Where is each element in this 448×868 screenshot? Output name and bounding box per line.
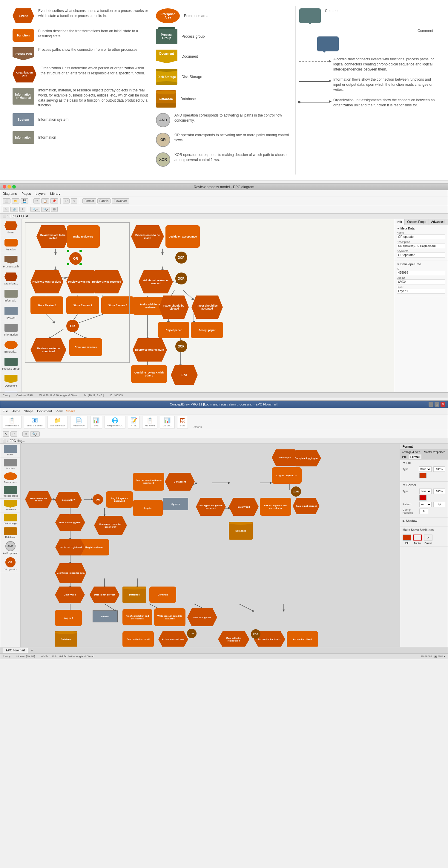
sb2-information[interactable]: Function: [0, 458, 20, 471]
sb2-system[interactable]: Event: [0, 444, 20, 458]
meta-section: ▼ Meta Data Name OR operator Description…: [394, 225, 448, 261]
tb-zoom-in[interactable]: 🔍+: [30, 207, 40, 212]
menu2-document[interactable]: Document: [37, 409, 52, 413]
fill-type-select[interactable]: Solid: [419, 466, 431, 472]
win2-close[interactable]: ✕: [441, 402, 445, 407]
tb-format[interactable]: Format: [83, 198, 96, 204]
field-id-value[interactable]: 465989: [396, 270, 445, 275]
corner-input[interactable]: [419, 508, 428, 514]
border-color-swatch[interactable]: [419, 495, 426, 500]
sb-document[interactable]: Document: [0, 372, 22, 389]
format-tab-format[interactable]: Format: [409, 455, 421, 459]
border-pattern-select[interactable]: —: [419, 502, 431, 507]
tb2-select[interactable]: ↖: [3, 431, 9, 437]
fill-color-swatch[interactable]: [419, 473, 426, 478]
tb-flowchart[interactable]: Flowchart: [112, 198, 129, 204]
sb-info[interactable]: Informati...: [0, 287, 22, 304]
tool-html2[interactable]: 📝 HTML: [128, 415, 140, 429]
tb-redo[interactable]: ↪: [71, 198, 77, 204]
sb-process-group[interactable]: Process group: [0, 355, 22, 372]
process-group-desc: Process group: [182, 34, 292, 39]
tool-presentation[interactable]: 📋 Presentation: [3, 415, 22, 429]
tb-connect[interactable]: 🔗: [10, 207, 18, 212]
win2-maximize[interactable]: □: [435, 402, 439, 407]
tb-paste[interactable]: 📌: [50, 198, 58, 204]
tb-fit[interactable]: ⊡: [51, 207, 58, 212]
field-layer-value[interactable]: Layer 1: [396, 289, 445, 294]
menu2-file[interactable]: File: [3, 409, 8, 413]
field-kw-value[interactable]: OR operator: [396, 252, 445, 257]
same-format-btn[interactable]: A Format: [424, 534, 433, 545]
tb-save[interactable]: 💾: [21, 198, 28, 204]
menu-library[interactable]: Library: [50, 192, 60, 195]
tool-pdf[interactable]: 📄 Adobe PDF: [70, 415, 88, 429]
sb2-process-group[interactable]: Process group: [0, 485, 20, 499]
sb2-disk[interactable]: Disk storage: [0, 513, 20, 526]
sb-information[interactable]: Information: [0, 321, 22, 338]
sb-enterprise[interactable]: Enterpris...: [0, 338, 22, 355]
sb2-document[interactable]: Document: [0, 499, 20, 513]
sb-disk[interactable]: Disk storage: [0, 389, 22, 392]
menu-layers[interactable]: Layers: [36, 192, 45, 195]
sb2-database[interactable]: Database: [0, 526, 20, 540]
field-name-value[interactable]: OR operator: [396, 234, 445, 239]
field-subid-value[interactable]: 63034: [396, 279, 445, 284]
tb-cut[interactable]: ✂: [33, 198, 40, 204]
sb-process-group-icon: [3, 357, 19, 367]
tool-email[interactable]: 📧 Send via Email: [24, 415, 45, 429]
tb-panels[interactable]: Panels: [97, 198, 111, 204]
tb2-zoom-fit[interactable]: ⊞: [22, 431, 29, 437]
format-tab-master[interactable]: Master Properties: [422, 450, 447, 455]
tb2-zoom-in[interactable]: 🔍+: [30, 431, 40, 437]
tool-msvis[interactable]: 📊 MS Vis...: [160, 415, 175, 429]
sb-event[interactable]: Event: [0, 219, 22, 236]
border-width[interactable]: [434, 502, 445, 507]
sb-process-path[interactable]: Process path: [0, 253, 22, 270]
same-border-btn[interactable]: Border: [413, 534, 422, 545]
same-fill-btn[interactable]: Fill: [403, 534, 411, 545]
menu2-shape[interactable]: Shape: [24, 409, 33, 413]
border-type-select[interactable]: Line: [419, 489, 431, 494]
tab-info[interactable]: Info: [394, 219, 405, 225]
tb-zoom-out[interactable]: 🔍-: [41, 207, 50, 212]
field-desc-value[interactable]: OR operator(EPC diagrams.cd): [396, 244, 445, 248]
minimize-btn[interactable]: [7, 185, 11, 189]
tb-text[interactable]: T: [20, 207, 25, 212]
tool-svg[interactable]: 🖼 SVG: [177, 415, 188, 429]
sb-system[interactable]: System: [0, 304, 22, 321]
maximize-btn[interactable]: [12, 185, 16, 189]
menu-pages[interactable]: Pages: [22, 192, 31, 195]
format-tab-info[interactable]: Info: [400, 455, 409, 459]
tool-msword[interactable]: 📋 MS Word: [142, 415, 157, 429]
border-opacity[interactable]: [434, 489, 445, 494]
tb-copy[interactable]: 📋: [41, 198, 49, 204]
comment1-desc: Comment: [325, 8, 436, 13]
tb-undo[interactable]: ↩: [63, 198, 70, 204]
tb-open[interactable]: 📂: [12, 198, 20, 204]
fill-opacity[interactable]: [434, 466, 445, 472]
tool-bps[interactable]: 📊 BPS: [90, 415, 102, 429]
sb-function[interactable]: Function: [0, 236, 22, 253]
tab-custom[interactable]: Custom Props: [405, 219, 428, 225]
breadcrumb-home[interactable]: ⬜: [3, 215, 6, 218]
sb2-enterprise[interactable]: Enterprise...: [0, 471, 20, 485]
close-btn[interactable]: [3, 185, 6, 189]
menu2-view[interactable]: View: [56, 409, 63, 413]
sb2-or[interactable]: OR OR operator: [0, 556, 20, 572]
tb2-connect[interactable]: ⬡: [10, 431, 17, 437]
win2-minimize[interactable]: _: [428, 402, 434, 407]
sb-org[interactable]: Organizat...: [0, 270, 22, 287]
tool-flash[interactable]: 📁 Addobe Flash: [47, 415, 67, 429]
menu-diagrams[interactable]: Diagrams: [3, 192, 17, 195]
format-tab-arrange[interactable]: Arrange & Size: [400, 450, 422, 455]
tb-select[interactable]: ↖: [3, 207, 9, 212]
sb2-and[interactable]: AND AND operator: [0, 540, 20, 556]
w2-breadcrumb-home[interactable]: ⬜: [3, 439, 6, 442]
menu2-share[interactable]: Share: [66, 409, 75, 413]
tab-advanced[interactable]: Advanced: [429, 219, 447, 225]
tab-add[interactable]: +: [29, 648, 35, 653]
menu2-home[interactable]: Home: [12, 409, 20, 413]
tool-html[interactable]: 🌐 Graphic HTML: [104, 415, 125, 429]
tab-epc-flowchart[interactable]: EPC flowchart: [3, 648, 28, 653]
tb-new[interactable]: ⬜: [3, 198, 10, 204]
